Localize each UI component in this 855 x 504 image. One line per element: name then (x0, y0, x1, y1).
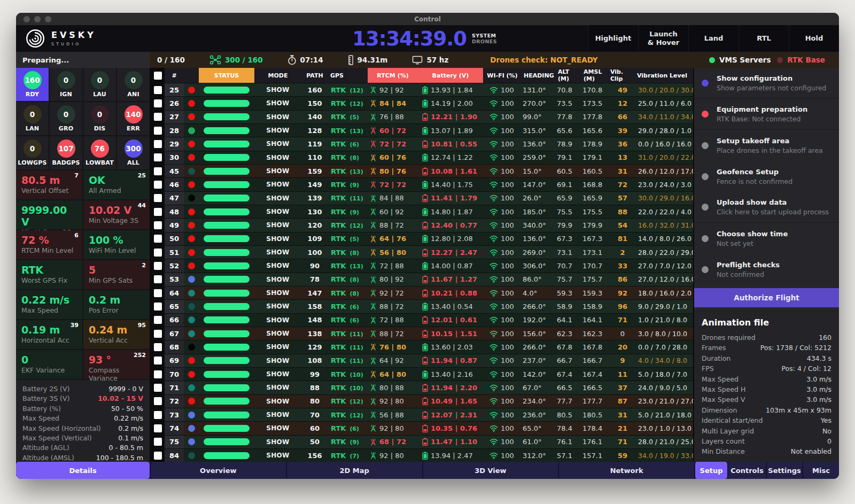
checklist-item-preflight-checks[interactable]: Preflight checks Not confirmed (694, 254, 839, 285)
row-checkbox[interactable] (154, 262, 162, 270)
row-checkbox[interactable] (154, 397, 162, 405)
counter-ani[interactable]: 0 ANI (117, 68, 150, 101)
close-window-button[interactable] (24, 16, 30, 22)
row-checkbox[interactable] (154, 356, 162, 365)
checklist-item-show-configuration[interactable]: Show configuration Show parameters not c… (694, 68, 839, 99)
counter-dis[interactable]: 0 DIS (83, 102, 116, 135)
drone-row-67[interactable]: 67 SHOW 138 RTK(11) 88 | 72 10.15 | 1.51… (151, 327, 693, 340)
col-gps[interactable]: GPS (328, 68, 368, 83)
counter-all[interactable]: 300 ALL (117, 136, 150, 169)
authorize-flight-button[interactable]: Authorize Flight (694, 288, 839, 307)
col-alt[interactable]: ALT (M) (556, 68, 581, 83)
counter-lowbat[interactable]: 76 LOWBAT (83, 136, 116, 169)
col-status[interactable]: STATUS (199, 68, 254, 83)
drone-row-27[interactable]: 27 SHOW 140 RTK(5) 76 | 88 12.21 | 1.90 … (151, 110, 693, 123)
checklist-item-geofence-setup[interactable]: Geofence Setup Fence is not confirmed (694, 161, 839, 192)
row-checkbox[interactable] (154, 384, 162, 392)
select-all-checkbox[interactable] (154, 72, 162, 80)
row-checkbox[interactable] (154, 249, 162, 257)
row-checkbox[interactable] (154, 316, 162, 324)
row-checkbox[interactable] (154, 438, 162, 446)
drone-row-69[interactable]: 69 SHOW 108 RTK(11) 64 | 92 11.94 | 0.87… (151, 354, 693, 367)
counter-err[interactable]: 140 ERR (117, 102, 150, 135)
tab-overview[interactable]: Overview (150, 462, 286, 479)
col-rtcm[interactable]: RTCM (%) (368, 68, 418, 83)
row-checkbox[interactable] (154, 113, 162, 121)
drone-row-50[interactable]: 50 SHOW 109 RTK(5) 64 | 76 12.80 | 2.08 … (151, 232, 693, 245)
row-checkbox[interactable] (154, 194, 162, 202)
row-checkbox[interactable] (154, 411, 162, 419)
drone-row-70[interactable]: 70 SHOW 99 RTK(10) 64 | 80 13.40 | 2.16 … (151, 367, 693, 381)
col-number[interactable]: # (165, 68, 184, 83)
row-checkbox[interactable] (154, 86, 162, 94)
row-checkbox[interactable] (154, 153, 162, 161)
counter-gro[interactable]: 0 GRO (50, 102, 82, 135)
col-vibration-level[interactable]: Vibration Level (635, 68, 693, 83)
drone-row-29[interactable]: 29 SHOW 119 RTK(6) 72 | 72 10.81 | 0.55 … (151, 137, 693, 150)
drone-row-45[interactable]: 45 SHOW 159 RTK(13) 80 | 76 10.08 | 1.61… (151, 164, 693, 177)
row-checkbox[interactable] (154, 127, 162, 135)
drone-row-84[interactable]: 84 SHOW 156 RTK(7) 92 | 80 13.94 | 2.47 … (151, 448, 693, 462)
drone-row-68[interactable]: 68 SHOW 129 RTK(11) 76 | 80 13.60 | 2.03… (151, 340, 693, 353)
action-rtl-button[interactable]: RTL (739, 25, 789, 52)
drone-row-66[interactable]: 66 SHOW 148 RTK(6) 72 | 88 12.01 | 0.61 … (151, 313, 693, 327)
row-checkbox[interactable] (154, 343, 162, 351)
col-wifi[interactable]: WI-FI (%) (483, 68, 522, 83)
row-checkbox[interactable] (154, 424, 162, 432)
drone-row-30[interactable]: 30 SHOW 110 RTK(8) 60 | 76 12.74 | 1.22 … (151, 151, 693, 164)
row-checkbox[interactable] (154, 303, 162, 311)
drone-row-71[interactable]: 71 SHOW 88 RTK(10) 80 | 88 11.94 | 2.20 … (151, 381, 693, 394)
counter-ign[interactable]: 0 IGN (50, 68, 82, 101)
col-heading[interactable]: HEADING (522, 68, 556, 83)
drone-row-73[interactable]: 73 SHOW 70 RTK(12) 56 | 88 12.07 | 2.31 … (151, 408, 693, 421)
tab-misc[interactable]: Misc (802, 462, 839, 479)
action-land-button[interactable]: Land (688, 25, 739, 52)
drone-row-51[interactable]: 51 SHOW 100 RTK(8) 56 | 80 12.27 | 2.47 … (151, 245, 693, 259)
counter-lowgps[interactable]: 0 LOWGPS (16, 136, 49, 169)
row-checkbox[interactable] (154, 221, 162, 229)
drone-row-52[interactable]: 52 SHOW 90 RTK(13) 72 | 88 14.00 | 0.87 … (151, 259, 693, 272)
row-checkbox[interactable] (154, 330, 162, 338)
row-checkbox[interactable] (154, 208, 162, 216)
tab-details[interactable]: Details (16, 462, 150, 479)
drone-row-47[interactable]: 47 SHOW 139 RTK(11) 84 | 88 11.41 | 1.79… (151, 191, 693, 205)
col-path[interactable]: PATH (301, 68, 328, 83)
counter-rdy[interactable]: 160 RDY (16, 68, 49, 101)
col-mode[interactable]: MODE (254, 68, 301, 83)
row-checkbox[interactable] (154, 99, 162, 107)
drone-row-72[interactable]: 72 SHOW 80 RTK(12) 92 | 80 10.49 | 1.65 … (151, 394, 693, 408)
counter-lan[interactable]: 0 LAN (16, 102, 49, 135)
drone-row-46[interactable]: 46 SHOW 149 RTK(9) 72 | 72 14.40 | 1.75 … (151, 177, 693, 191)
row-checkbox[interactable] (154, 167, 162, 175)
col-vib-clip[interactable]: Vib. Clip (610, 68, 635, 83)
tab-3d-view[interactable]: 3D View (422, 462, 558, 479)
counter-badgps[interactable]: 107 BADGPS (50, 136, 82, 169)
zoom-window-button[interactable] (45, 16, 51, 22)
checklist-item-upload-show-data[interactable]: Upload show data Click here to start upl… (694, 192, 839, 223)
drone-row-25[interactable]: 25 SHOW 160 RTK(12) 92 | 92 13.93 | 1.84… (151, 83, 693, 96)
tab-2d-map[interactable]: 2D Map (286, 462, 422, 479)
tab-network[interactable]: Network (558, 462, 694, 479)
drone-row-28[interactable]: 28 SHOW 128 RTK(13) 60 | 72 13.07 | 1.89… (151, 123, 693, 137)
row-checkbox[interactable] (154, 181, 162, 189)
row-checkbox[interactable] (154, 275, 162, 283)
drone-row-49[interactable]: 49 SHOW 120 RTK(12) 88 | 72 12.40 | 0.77… (151, 218, 693, 231)
drone-row-75[interactable]: 75 SHOW 50 RTK(9) 68 | 72 11.47 | 1.10 1… (151, 435, 693, 448)
tab-settings[interactable]: Settings (766, 462, 802, 479)
checklist-item-choose-show-time[interactable]: Choose show time Not set yet (694, 223, 839, 254)
row-checkbox[interactable] (154, 289, 162, 297)
checklist-item-equipment-preparation[interactable]: Equipment preparation RTK Base: Not conn… (694, 99, 839, 130)
drone-row-26[interactable]: 26 SHOW 150 RTK(12) 84 | 84 14.19 | 2.00… (151, 96, 693, 110)
action-highlight-button[interactable]: Highlight (588, 25, 638, 52)
drone-row-64[interactable]: 64 SHOW 147 RTK(8) 92 | 72 10.21 | 0.88 … (151, 286, 693, 299)
minimize-window-button[interactable] (34, 16, 41, 22)
tab-controls[interactable]: Controls (727, 462, 766, 479)
tab-setup[interactable]: Setup (694, 462, 727, 479)
action-launch-hover-button[interactable]: Launch & Hover (638, 25, 688, 52)
col-battery[interactable]: Battery (V) (418, 68, 483, 83)
drone-row-65[interactable]: 65 SHOW 158 RTK(6) 88 | 72 13.40 | 0.54 … (151, 299, 693, 313)
action-hold-button[interactable]: Hold (789, 25, 839, 52)
row-checkbox[interactable] (154, 140, 162, 148)
row-checkbox[interactable] (154, 370, 162, 378)
checklist-item-setup-takeoff-area[interactable]: Setup takeoff area Place drones in the t… (694, 130, 839, 161)
